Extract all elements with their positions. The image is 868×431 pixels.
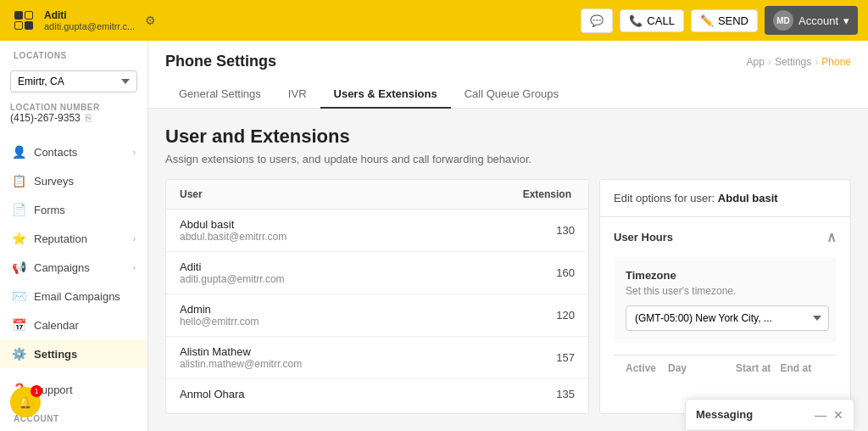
sidebar-item-reputation[interactable]: ⭐ Reputation ›	[0, 224, 147, 253]
location-number-label: LOCATION NUMBER	[10, 103, 137, 112]
ext-cell: 157	[524, 351, 575, 364]
timezone-select[interactable]: (GMT-05:00) New York City, ...	[626, 305, 829, 331]
ext-cell: 160	[524, 266, 575, 279]
tab-ivr[interactable]: IVR	[275, 81, 320, 109]
send-button[interactable]: ✏️ SEND	[691, 9, 758, 32]
user-hours-toggle[interactable]: User Hours ∧	[614, 229, 837, 245]
send-icon: ✏️	[700, 14, 714, 27]
sidebar: LOCATIONS Emirtr, CA LOCATION NUMBER (41…	[0, 41, 148, 431]
call-label: CALL	[647, 14, 675, 27]
top-nav: Aditi aditi.gupta@emitrr.c... ⚙ 💬 📞 CALL…	[0, 0, 868, 41]
location-number: (415)-267-9353	[10, 112, 81, 124]
tab-general[interactable]: General Settings	[165, 81, 275, 109]
content-area: Phone Settings App › Settings › Phone Ge…	[148, 41, 868, 431]
user-table-panel: User Extension Abdul basit abdul.basit@e…	[165, 179, 589, 414]
split-panel: User Extension Abdul basit abdul.basit@e…	[165, 179, 851, 414]
hours-table-header: Active Day Start at End at	[614, 355, 837, 381]
location-select-wrap: Emirtr, CA	[0, 64, 147, 99]
timezone-block: Timezone Set this user's timezone. (GMT-…	[614, 257, 837, 343]
sidebar-item-campaigns[interactable]: 📢 Campaigns ›	[0, 253, 147, 282]
surveys-icon: 📋	[12, 174, 25, 188]
col-user: User	[166, 180, 216, 209]
sidebar-item-label: Contacts	[34, 146, 77, 159]
sidebar-item-refer[interactable]: $ Refer & Earn	[0, 427, 147, 431]
ext-cell: 130	[524, 224, 575, 237]
user-cell: Anmol Ohara	[180, 388, 524, 400]
ext-cell: 120	[524, 309, 575, 322]
chevron-right-icon: ›	[133, 148, 136, 157]
messaging-header: Messaging — ✕	[686, 400, 854, 430]
page-title: Phone Settings	[165, 53, 276, 70]
messaging-close-button[interactable]: ✕	[833, 409, 843, 421]
copy-icon[interactable]: ⎘	[86, 112, 92, 124]
user-email-cell: alistin.mathew@emitrr.com	[180, 358, 524, 370]
sidebar-item-forms[interactable]: 📄 Forms	[0, 195, 147, 224]
chat-icon: 💬	[590, 14, 604, 27]
breadcrumb-phone: Phone	[821, 56, 851, 68]
bell-icon: 🔔	[19, 396, 32, 409]
gear-icon[interactable]: ⚙	[145, 14, 156, 27]
collapse-icon: ∧	[826, 229, 837, 245]
locations-label: LOCATIONS	[0, 41, 147, 64]
sidebar-item-label: Surveys	[34, 175, 74, 188]
avatar: MD	[773, 10, 793, 31]
call-button[interactable]: 📞 CALL	[620, 9, 684, 32]
messaging-minimize-button[interactable]: —	[815, 409, 826, 421]
timezone-desc: Set this user's timezone.	[626, 285, 825, 297]
main-layout: LOCATIONS Emirtr, CA LOCATION NUMBER (41…	[0, 41, 868, 431]
table-row[interactable]: Anmol Ohara 135	[166, 379, 588, 409]
user-cell: Admin hello@emitrr.com	[180, 303, 524, 327]
edit-label: Edit options for user:	[614, 192, 715, 204]
tab-users[interactable]: Users & Extensions	[320, 81, 451, 109]
location-number-wrap: LOCATION NUMBER (415)-267-9353 ⎘	[0, 99, 147, 131]
account-button[interactable]: MD Account ▾	[765, 6, 858, 35]
sidebar-item-settings[interactable]: ⚙️ Settings	[0, 339, 147, 368]
sidebar-item-contacts[interactable]: 👤 Contacts ›	[0, 137, 147, 166]
table-row[interactable]: Aditi aditi.gupta@emitrr.com 160	[166, 252, 588, 294]
chat-button[interactable]: 💬	[581, 8, 613, 33]
location-number-row: (415)-267-9353 ⎘	[10, 112, 137, 124]
campaigns-icon: 📢	[12, 260, 25, 274]
options-panel: Edit options for user: Abdul basit User …	[599, 179, 851, 414]
table-row[interactable]: Alistin Mathew alistin.mathew@emitrr.com…	[166, 337, 588, 379]
messaging-title: Messaging	[696, 408, 815, 421]
header-top: Phone Settings App › Settings › Phone	[165, 53, 851, 70]
contacts-icon: 👤	[12, 145, 25, 159]
user-email-cell: aditi.gupta@emitrr.com	[180, 273, 524, 285]
sidebar-item-email-campaigns[interactable]: ✉️ Email Campaigns	[0, 282, 147, 311]
user-name: Aditi	[44, 9, 135, 21]
content-header: Phone Settings App › Settings › Phone Ge…	[148, 41, 868, 109]
user-email: aditi.gupta@emitrr.c...	[44, 21, 135, 31]
settings-icon: ⚙️	[12, 347, 25, 361]
user-name-cell: Admin	[180, 303, 524, 316]
user-email-cell: hello@emitrr.com	[180, 316, 524, 327]
sidebar-item-label: Reputation	[34, 232, 87, 245]
tabs: General Settings IVR Users & Extensions …	[165, 81, 851, 108]
sidebar-item-calendar[interactable]: 📅 Calendar	[0, 311, 147, 339]
chevron-down-icon: ▾	[843, 14, 849, 27]
user-cell: Abdul basit abdul.basit@emitrr.com	[180, 218, 524, 243]
table-row[interactable]: Abdul basit abdul.basit@emitrr.com 130	[166, 210, 588, 252]
messaging-actions: — ✕	[815, 409, 843, 421]
ext-cell: 135	[524, 388, 575, 400]
sidebar-item-label: Email Campaigns	[34, 290, 120, 303]
col-extension: Extension	[509, 180, 588, 209]
table-row[interactable]: Admin hello@emitrr.com 120	[166, 294, 588, 337]
user-name-cell: Alistin Mathew	[180, 345, 524, 358]
notification-badge: 1	[31, 385, 42, 397]
notification-bell-button[interactable]: 🔔 1	[10, 387, 41, 417]
location-select[interactable]: Emirtr, CA	[10, 70, 137, 92]
table-header: User Extension	[166, 180, 588, 210]
chevron-right-icon: ›	[133, 263, 136, 272]
nav-right: 💬 📞 CALL ✏️ SEND MD Account ▾	[581, 6, 858, 35]
hours-col-end: End at	[781, 362, 826, 374]
section-desc: Assign extensions to users, and update h…	[165, 153, 851, 165]
sidebar-item-surveys[interactable]: 📋 Surveys	[0, 166, 147, 195]
tab-queue[interactable]: Call Queue Groups	[451, 81, 572, 109]
selected-user-name: Abdul basit	[718, 192, 778, 204]
user-name-cell: Abdul basit	[180, 218, 524, 231]
reputation-icon: ⭐	[12, 232, 25, 245]
sidebar-item-label: Settings	[34, 348, 77, 361]
breadcrumb-sep-1: ›	[768, 56, 771, 68]
messaging-widget: Messaging — ✕	[685, 399, 854, 431]
